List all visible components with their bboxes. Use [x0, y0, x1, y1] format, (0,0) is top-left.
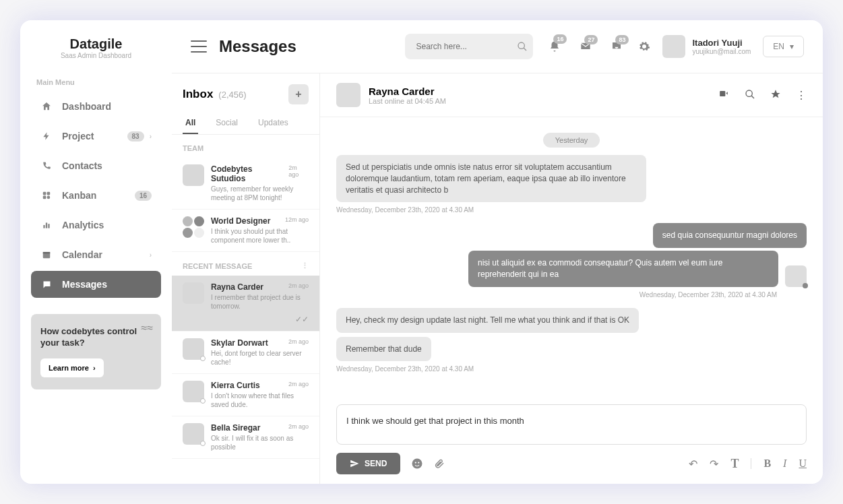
compose-button[interactable]: +: [288, 84, 309, 104]
conv-time: 2m ago: [288, 282, 309, 289]
conv-name: Rayna Carder: [211, 282, 263, 292]
svg-rect-0: [43, 192, 46, 195]
video-icon[interactable]: [718, 89, 730, 102]
team-item[interactable]: Codebytes Sutudios2m ago Guys, remember …: [172, 158, 319, 210]
conv-time: 2m ago: [288, 338, 309, 345]
conv-name: World Designer: [211, 216, 270, 226]
chevron-right-icon: ›: [150, 251, 152, 259]
nav-contacts[interactable]: Contacts: [31, 152, 161, 179]
team-item[interactable]: World Designer12m ago I think you should…: [172, 210, 319, 252]
chevron-down-icon: ▾: [790, 42, 794, 51]
nav-calendar[interactable]: Calendar ›: [31, 241, 161, 268]
nav-kanban[interactable]: Kanban 16: [31, 182, 161, 209]
composer-input[interactable]: [346, 416, 797, 426]
conv-name: Kierra Curtis: [211, 381, 260, 390]
nav-messages[interactable]: Messages: [31, 271, 161, 298]
nav-badge: 83: [127, 131, 144, 141]
underline-icon[interactable]: U: [799, 458, 807, 470]
composer-toolbar: SEND ↶ ↷ T B I U: [336, 453, 807, 474]
text-icon[interactable]: T: [730, 457, 739, 471]
svg-rect-5: [46, 223, 47, 228]
more-icon[interactable]: ⋮: [796, 89, 807, 102]
chevron-right-icon: ›: [93, 364, 96, 372]
nav-label: Project: [62, 131, 94, 141]
hamburger-menu[interactable]: [191, 40, 207, 53]
bold-icon[interactable]: B: [763, 458, 771, 470]
timestamp: Wednesday, December 23th, 2020 at 4.30 A…: [336, 206, 807, 214]
tab-updates[interactable]: Updates: [255, 113, 291, 134]
mail-icon[interactable]: 27: [576, 41, 595, 52]
nav-label: Analytics: [62, 220, 104, 230]
app-shell: Datagile Saas Admin Dashboard Main Menu …: [20, 20, 823, 484]
day-divider: Yesterday: [336, 133, 807, 146]
emoji-icon[interactable]: [411, 458, 423, 470]
recent-item[interactable]: Kierra Curtis2m ago I don't know where t…: [172, 374, 319, 416]
conv-preview: I remember that project due is tomorrow.: [211, 293, 309, 311]
grid-icon: [40, 189, 53, 201]
timestamp: Wednesday, December 23th, 2020 at 4.30 A…: [336, 365, 807, 373]
svg-point-13: [415, 462, 416, 463]
more-icon[interactable]: ⋮: [301, 261, 309, 270]
tab-all[interactable]: All: [183, 113, 198, 134]
conv-time: 2m ago: [288, 423, 309, 430]
conv-preview: I think you should put that component mo…: [211, 227, 309, 245]
search-box[interactable]: [405, 34, 533, 59]
sidebar: Datagile Saas Admin Dashboard Main Menu …: [20, 20, 172, 484]
chat-status: Last online at 04:45 AM: [369, 97, 446, 105]
svg-rect-3: [47, 196, 51, 199]
recent-item[interactable]: Bella Siregar2m ago Ok sir. I will fix i…: [172, 416, 319, 459]
logo: Datagile Saas Admin Dashboard: [31, 36, 161, 59]
inbox-panel: Inbox (2,456) + All Social Updates TEAM …: [172, 73, 320, 484]
undo-icon[interactable]: ↶: [689, 458, 697, 470]
msg-out: nisi ut aliquid ex ea commodi consequatu…: [468, 251, 778, 287]
wave-icon: ≈≈: [141, 322, 153, 334]
composer: SEND ↶ ↷ T B I U: [320, 395, 823, 484]
topbar: Messages 16 27 83 Itadori Yuuji: [172, 20, 823, 73]
page-title: Messages: [219, 37, 296, 56]
conv-preview: I don't know where that files saved dude…: [211, 391, 309, 409]
recent-item[interactable]: Rayna Carder2m ago I remember that proje…: [172, 276, 319, 332]
user-email: yuujikun@mail.com: [692, 48, 751, 55]
send-label: SEND: [365, 459, 387, 468]
nav-project[interactable]: Project 83 ›: [31, 123, 161, 150]
italic-icon[interactable]: I: [783, 458, 786, 470]
tray-icon[interactable]: 83: [607, 41, 626, 52]
calendar-icon: [40, 249, 53, 261]
conv-preview: Hei, dont forget to clear server cache!: [211, 349, 309, 367]
promo-text: How codebytes control your task?: [40, 326, 152, 349]
phone-icon: [40, 160, 53, 172]
format-toolbar: ↶ ↷ T B I U: [689, 457, 807, 471]
conv-preview: Ok sir. I will fix it as soon as possibl…: [211, 434, 309, 451]
lang-label: EN: [773, 42, 784, 51]
learn-more-button[interactable]: Learn more ›: [40, 358, 104, 377]
section-recent: RECENT MESSAGE⋮: [172, 252, 319, 276]
composer-box[interactable]: [336, 404, 807, 445]
promo-btn-label: Learn more: [49, 364, 89, 372]
svg-rect-1: [47, 192, 51, 195]
search-icon[interactable]: [517, 41, 528, 52]
send-button[interactable]: SEND: [336, 453, 400, 474]
chat-body: Yesterday Sed ut perspiciatis unde omnis…: [320, 117, 823, 395]
conv-name: Bella Siregar: [211, 423, 260, 433]
lang-selector[interactable]: EN ▾: [763, 36, 804, 57]
attach-icon[interactable]: [434, 458, 445, 470]
redo-icon[interactable]: ↷: [710, 458, 718, 470]
star-icon[interactable]: [770, 89, 781, 102]
search-input[interactable]: [416, 42, 517, 51]
section-team: TEAM: [172, 135, 319, 158]
svg-rect-8: [43, 252, 51, 253]
user-block[interactable]: Itadori Yuuji yuujikun@mail.com: [662, 35, 751, 58]
conv-preview: Guys, remember for weekly meeting at 8PM…: [211, 185, 309, 202]
recent-item[interactable]: Skylar Dorwart2m ago Hei, dont forget to…: [172, 332, 319, 374]
gear-icon[interactable]: [638, 40, 650, 53]
nav-dashboard[interactable]: Dashboard: [31, 93, 161, 120]
content-columns: Inbox (2,456) + All Social Updates TEAM …: [172, 73, 823, 484]
read-icon: ✓✓: [211, 315, 309, 324]
chat-name: Rayna Carder: [369, 86, 446, 97]
tab-social[interactable]: Social: [213, 113, 241, 134]
nav-analytics[interactable]: Analytics: [31, 212, 161, 239]
group-avatar: [183, 216, 204, 238]
search-icon[interactable]: [745, 89, 755, 102]
bell-icon[interactable]: 16: [545, 40, 564, 53]
svg-rect-4: [43, 225, 44, 228]
